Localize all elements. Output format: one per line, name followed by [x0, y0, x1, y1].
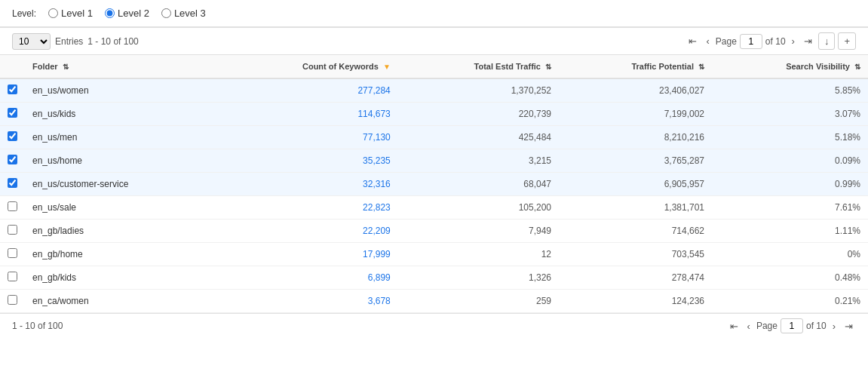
row-folder: en_us/women [25, 78, 219, 103]
row-count-keywords[interactable]: 77,130 [219, 126, 398, 149]
level-2-option[interactable]: Level 2 [105, 8, 149, 19]
level-label: Level: [12, 8, 36, 19]
level-3-label: Level 3 [174, 8, 206, 19]
row-checkbox[interactable] [8, 178, 17, 188]
row-traffic-potential: 6,905,957 [559, 173, 712, 196]
footer-first-page-button[interactable]: ⇤ [727, 319, 741, 333]
level-3-option[interactable]: Level 3 [161, 8, 206, 19]
row-search-visibility: 5.18% [712, 126, 868, 149]
table-row: en_us/home 35,235 3,215 3,765,287 0.09% [0, 149, 868, 173]
row-traffic-potential: 23,406,027 [559, 78, 712, 103]
row-count-keywords[interactable]: 6,899 [219, 266, 398, 290]
row-count-keywords[interactable]: 114,673 [219, 103, 398, 126]
row-checkbox-cell[interactable] [0, 220, 25, 243]
footer-page-nav: ⇤ ‹ Page of 10 › ⇥ [727, 318, 856, 333]
row-search-visibility: 0.21% [712, 290, 868, 313]
table-row: en_us/customer-service 32,316 68,047 6,9… [0, 173, 868, 196]
row-folder: en_us/sale [25, 196, 219, 220]
footer-last-page-button[interactable]: ⇥ [842, 319, 856, 333]
row-folder: en_us/customer-service [25, 173, 219, 196]
entries-label: Entries [55, 36, 83, 47]
row-checkbox-cell[interactable] [0, 126, 25, 149]
header-search-visibility[interactable]: Search Visibility ⇅ [712, 55, 868, 78]
level-selector: Level: Level 1 Level 2 Level 3 [0, 0, 868, 27]
footer-page-label: Page [756, 321, 778, 331]
footer-range-label: 1 - 10 of 100 [12, 321, 63, 331]
level-1-option[interactable]: Level 1 [48, 8, 93, 19]
footer-prev-page-button[interactable]: ‹ [744, 319, 753, 333]
row-count-keywords[interactable]: 22,209 [219, 220, 398, 243]
of-label: of 10 [765, 36, 786, 47]
next-page-button[interactable]: › [789, 34, 798, 48]
page-input[interactable] [740, 34, 762, 49]
footer-toolbar: 1 - 10 of 100 ⇤ ‹ Page of 10 › ⇥ [0, 313, 868, 338]
row-folder: en_us/men [25, 126, 219, 149]
row-search-visibility: 0.09% [712, 149, 868, 173]
row-checkbox[interactable] [8, 108, 17, 118]
page-label: Page [716, 36, 737, 47]
table-row: en_us/men 77,130 425,484 8,210,216 5.18% [0, 126, 868, 149]
row-checkbox-cell[interactable] [0, 243, 25, 266]
count-sort-icon: ▼ [383, 62, 391, 72]
last-page-button[interactable]: ⇥ [801, 34, 815, 48]
level-3-radio[interactable] [161, 8, 171, 18]
header-folder[interactable]: Folder ⇅ [25, 55, 219, 78]
row-checkbox-cell[interactable] [0, 78, 25, 103]
add-button[interactable]: + [838, 32, 856, 50]
table-row: en_ca/women 3,678 259 124,236 0.21% [0, 290, 868, 313]
row-count-keywords[interactable]: 35,235 [219, 149, 398, 173]
row-search-visibility: 3.07% [712, 103, 868, 126]
row-total-traffic: 68,047 [398, 173, 559, 196]
row-total-traffic: 425,484 [398, 126, 559, 149]
row-folder: en_ca/women [25, 290, 219, 313]
row-traffic-potential: 714,662 [559, 220, 712, 243]
row-checkbox[interactable] [8, 225, 17, 235]
header-traffic-potential[interactable]: Traffic Potential ⇅ [559, 55, 712, 78]
row-checkbox[interactable] [8, 295, 17, 305]
row-search-visibility: 0% [712, 243, 868, 266]
row-count-keywords[interactable]: 3,678 [219, 290, 398, 313]
row-checkbox[interactable] [8, 131, 17, 141]
row-count-keywords[interactable]: 22,823 [219, 196, 398, 220]
footer-page-input[interactable] [781, 318, 803, 333]
row-checkbox[interactable] [8, 84, 17, 94]
potential-sort-icon: ⇅ [698, 62, 704, 72]
row-checkbox-cell[interactable] [0, 103, 25, 126]
header-total-traffic[interactable]: Total Estd Traffic ⇅ [398, 55, 559, 78]
row-total-traffic: 1,326 [398, 266, 559, 290]
row-checkbox-cell[interactable] [0, 266, 25, 290]
traffic-sort-icon: ⇅ [545, 62, 551, 72]
header-count-keywords[interactable]: Count of Keywords ▼ [219, 55, 398, 78]
row-checkbox[interactable] [8, 248, 17, 258]
row-search-visibility: 1.11% [712, 220, 868, 243]
level-2-label: Level 2 [118, 8, 149, 19]
row-checkbox[interactable] [8, 155, 17, 164]
row-checkbox-cell[interactable] [0, 149, 25, 173]
prev-page-button[interactable]: ‹ [703, 34, 712, 48]
row-checkbox[interactable] [8, 272, 17, 281]
row-checkbox-cell[interactable] [0, 290, 25, 313]
row-search-visibility: 0.48% [712, 266, 868, 290]
per-page-select[interactable]: 10 25 50 100 [12, 33, 51, 50]
row-checkbox[interactable] [8, 201, 17, 211]
row-search-visibility: 5.85% [712, 78, 868, 103]
table-row: en_us/kids 114,673 220,739 7,199,002 3.0… [0, 103, 868, 126]
row-search-visibility: 7.61% [712, 196, 868, 220]
row-count-keywords[interactable]: 32,316 [219, 173, 398, 196]
row-traffic-potential: 8,210,216 [559, 126, 712, 149]
row-checkbox-cell[interactable] [0, 173, 25, 196]
row-count-keywords[interactable]: 17,999 [219, 243, 398, 266]
first-page-button[interactable]: ⇤ [686, 34, 700, 48]
row-traffic-potential: 703,545 [559, 243, 712, 266]
download-button[interactable]: ↓ [818, 32, 836, 50]
footer-next-page-button[interactable]: › [830, 319, 839, 333]
row-checkbox-cell[interactable] [0, 196, 25, 220]
table-row: en_gb/ladies 22,209 7,949 714,662 1.11% [0, 220, 868, 243]
table-row: en_gb/home 17,999 12 703,545 0% [0, 243, 868, 266]
row-total-traffic: 105,200 [398, 196, 559, 220]
level-2-radio[interactable] [105, 8, 115, 18]
level-1-radio[interactable] [48, 8, 58, 18]
folder-sort-icon: ⇅ [63, 62, 69, 72]
row-count-keywords[interactable]: 277,284 [219, 78, 398, 103]
data-table: Folder ⇅ Count of Keywords ▼ Total Estd … [0, 55, 868, 313]
